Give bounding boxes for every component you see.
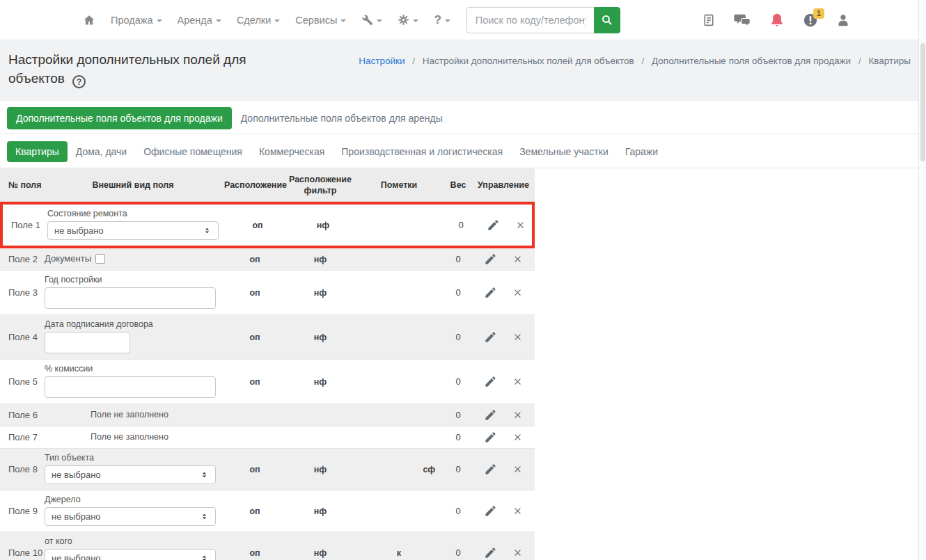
location-filter-value: нф — [290, 221, 356, 230]
user-icon[interactable] — [837, 13, 849, 27]
delete-button[interactable] — [512, 432, 523, 442]
menu-item-arenda[interactable]: Аренда — [171, 9, 228, 31]
delete-button[interactable] — [512, 332, 523, 342]
gear-icon — [398, 14, 409, 26]
chevron-down-icon — [340, 19, 346, 22]
edit-button[interactable] — [484, 463, 497, 476]
weight-value: 0 — [447, 220, 475, 230]
delete-button[interactable] — [512, 506, 523, 516]
subtab-zemelnye[interactable]: Земельные участки — [511, 141, 617, 162]
search-group — [466, 7, 620, 33]
delete-button[interactable] — [512, 547, 523, 558]
main-menu: Продажа Аренда Сделки Сервисы — [77, 8, 457, 33]
edit-button[interactable] — [487, 218, 500, 232]
edit-pencil-icon — [484, 408, 497, 422]
alert-count-badge: 1 — [813, 8, 824, 19]
management-cell — [472, 286, 535, 299]
table-row: Поле 7Поле не заполнено0 — [0, 426, 535, 449]
chevron-down-icon — [157, 19, 162, 22]
field-number: Поле 7 — [0, 432, 43, 442]
breadcrumb-link-nastroyki[interactable]: Настройки — [359, 56, 405, 66]
field-label: % комиссии — [45, 364, 214, 374]
home-menu-item[interactable] — [77, 8, 102, 32]
edit-button[interactable] — [484, 375, 497, 388]
field-select[interactable]: не выбрано — [45, 549, 216, 560]
weight-value: 0 — [444, 432, 472, 442]
field-text-input[interactable] — [45, 332, 130, 353]
field-select[interactable]: не выбрано — [45, 465, 216, 484]
edit-button[interactable] — [484, 286, 497, 299]
tools-menu-item[interactable] — [355, 8, 389, 31]
edit-button[interactable] — [484, 253, 497, 266]
edit-button[interactable] — [484, 504, 497, 518]
edit-button[interactable] — [484, 330, 497, 344]
select-arrows-icon — [200, 512, 209, 521]
mark-k — [384, 465, 414, 474]
delete-button[interactable] — [512, 464, 523, 474]
field-appearance-cell: Поле не заполнено — [43, 428, 223, 447]
field-appearance-cell: Поле не заполнено — [43, 406, 223, 425]
management-cell — [472, 375, 535, 388]
subtab-doma-dachi[interactable]: Дома, дачи — [68, 141, 135, 162]
edit-button[interactable] — [484, 546, 497, 559]
edit-pencil-icon — [487, 218, 500, 232]
field-number: Поле 2 — [0, 254, 43, 264]
chat-icon[interactable] — [733, 13, 751, 27]
field-select[interactable]: не выбрано — [45, 507, 216, 526]
subtab-kvartiry[interactable]: Квартиры — [7, 141, 68, 162]
edit-pencil-icon — [484, 546, 497, 559]
table-body: Поле 1Состояние ремонтане выбраноопнф0По… — [0, 202, 535, 560]
field-appearance-cell: Джерелоне выбрано — [43, 490, 223, 531]
settings-menu-item[interactable] — [391, 8, 425, 31]
search-input[interactable] — [466, 7, 594, 33]
field-text-input[interactable] — [45, 376, 216, 398]
field-checkbox[interactable] — [95, 254, 105, 264]
location-value: оп — [223, 506, 287, 516]
location-value: оп — [223, 465, 287, 474]
mark-k: к — [384, 548, 414, 558]
edit-button[interactable] — [484, 408, 497, 422]
field-appearance-cell: от когоне выбрано — [43, 532, 223, 560]
help-menu-item[interactable]: ? — [427, 8, 456, 33]
field-number: Поле 1 — [3, 220, 46, 230]
scrollbar-thumb[interactable] — [920, 43, 925, 161]
field-label: Состояние ремонта — [47, 209, 217, 218]
subtab-ofisnye[interactable]: Офисные помещения — [135, 141, 251, 162]
subtab-kommercheskaya[interactable]: Коммерческая — [251, 141, 333, 162]
menu-item-prodazha[interactable]: Продажа — [104, 9, 168, 31]
tab-fields-for-sale[interactable]: Дополнительные поля объектов для продажи — [7, 107, 232, 129]
delete-button[interactable] — [512, 254, 523, 264]
search-button[interactable] — [594, 7, 620, 33]
field-select[interactable]: не выбрано — [47, 221, 219, 240]
select-arrows-icon — [200, 470, 209, 479]
tab-fields-for-rent[interactable]: Дополнительные поля объектов для аренды — [232, 107, 452, 129]
delete-x-icon — [512, 376, 523, 387]
menu-item-sdelki[interactable]: Сделки — [230, 9, 286, 31]
bell-icon[interactable] — [770, 13, 784, 28]
subtab-garazhi[interactable]: Гаражи — [617, 141, 666, 162]
menu-item-servisy[interactable]: Сервисы — [289, 9, 352, 31]
mark-vp — [354, 548, 384, 558]
journal-icon[interactable] — [703, 14, 714, 26]
subtab-proizvodstvennaya[interactable]: Производственная и логистическая — [333, 141, 511, 162]
field-label: Джерело — [45, 495, 214, 504]
edit-pencil-icon — [484, 286, 497, 299]
menu-item-label: Продажа — [111, 15, 153, 26]
field-number: Поле 9 — [0, 506, 43, 516]
help-circle-icon[interactable]: ? — [72, 75, 86, 88]
field-text-input[interactable] — [45, 287, 216, 309]
column-header-management: Управление — [472, 177, 535, 193]
alert-icon[interactable]: 1 — [803, 13, 818, 28]
column-header-num: № поля — [0, 177, 43, 193]
scrollbar[interactable] — [918, 0, 926, 560]
edit-button[interactable] — [484, 431, 497, 444]
table-row: Поле 3Год постройкиопнф0 — [0, 271, 535, 315]
delete-button[interactable] — [512, 376, 523, 387]
help-icon: ? — [434, 13, 441, 27]
breadcrumb-item: Настройки дополнительных полей для объек… — [423, 56, 634, 66]
weight-value: 0 — [444, 254, 472, 264]
delete-button[interactable] — [515, 220, 526, 230]
mark-sf — [414, 548, 444, 558]
delete-button[interactable] — [512, 287, 523, 298]
delete-button[interactable] — [512, 410, 523, 420]
